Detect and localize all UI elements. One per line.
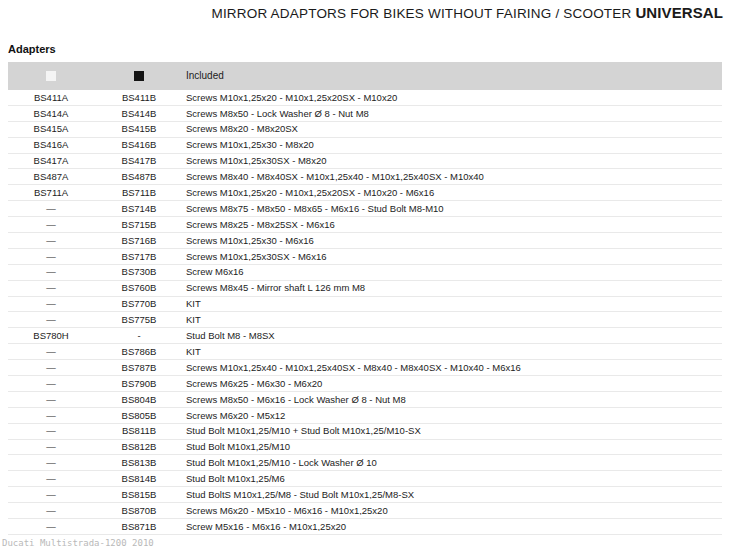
adapter-code-b: BS411B xyxy=(94,93,184,103)
adapter-code-a: BS411A xyxy=(8,93,94,103)
column-header-variant-b xyxy=(94,71,184,81)
included-parts: Stud Bolt M8 - M8SX xyxy=(184,331,722,341)
included-parts: Screws M8x45 - Mirror shaft L 126 mm M8 xyxy=(184,283,722,293)
table-row: — BS715B Screws M8x25 - M8x25SX - M6x16 xyxy=(8,217,722,233)
included-parts: Screws M10x1,25x20 - M10x1,25x20SX - M10… xyxy=(184,188,722,198)
adapter-code-a: — xyxy=(8,442,94,452)
table-body: BS411A BS411B Screws M10x1,25x20 - M10x1… xyxy=(8,90,722,535)
adapter-code-b: BS730B xyxy=(94,267,184,277)
included-parts: Stud Bolt M10x1,25/M10 xyxy=(184,442,722,452)
page-title-emphasis: UNIVERSAL xyxy=(635,4,723,21)
table-row: BS487A BS487B Screws M8x40 - M8x40SX - M… xyxy=(8,169,722,185)
adapter-code-b: - xyxy=(94,331,184,341)
included-parts: Screws M10x1,25x30 - M8x20 xyxy=(184,140,722,150)
adapter-code-b: BS714B xyxy=(94,204,184,214)
adapter-code-b: BS787B xyxy=(94,363,184,373)
included-parts: Screws M6x20 - M5x12 xyxy=(184,411,722,421)
included-parts: KIT xyxy=(184,315,722,325)
included-parts: Screws M10x1,25x40 - M10x1,25x40SX - M8x… xyxy=(184,363,722,373)
included-parts: Screws M10x1,25x30SX - M6x16 xyxy=(184,252,722,262)
included-parts: KIT xyxy=(184,347,722,357)
adapter-code-b: BS717B xyxy=(94,252,184,262)
included-parts: Stud Bolt M10x1,25/M10 - Lock Washer Ø 1… xyxy=(184,458,722,468)
adapter-code-a: BS487A xyxy=(8,172,94,182)
included-parts: Screws M8x75 - M8x50 - M8x65 - M6x16 - S… xyxy=(184,204,722,214)
adapter-code-a: — xyxy=(8,522,94,532)
adapter-code-b: BS814B xyxy=(94,474,184,484)
included-parts: Stud Bolt M10x1,25/M6 xyxy=(184,474,722,484)
adapter-code-b: BS812B xyxy=(94,442,184,452)
adapter-code-a: — xyxy=(8,490,94,500)
table-row: — BS730B Screw M6x16 xyxy=(8,265,722,281)
included-parts: Screw M5x16 - M6x16 - M10x1,25x20 xyxy=(184,522,722,532)
included-parts: Screws M8x50 - M6x16 - Lock Washer Ø 8 -… xyxy=(184,395,722,405)
adapter-code-a: — xyxy=(8,252,94,262)
adapter-code-a: BS415A xyxy=(8,124,94,134)
adapter-code-b: BS805B xyxy=(94,411,184,421)
adapter-code-b: BS711B xyxy=(94,188,184,198)
adapters-section-label: Adapters xyxy=(8,43,56,55)
included-parts: Screws M8x50 - Lock Washer Ø 8 - Nut M8 xyxy=(184,109,722,119)
table-row: BS416A BS416B Screws M10x1,25x30 - M8x20 xyxy=(8,138,722,154)
table-row: — BS814B Stud Bolt M10x1,25/M6 xyxy=(8,471,722,487)
adapter-code-b: BS487B xyxy=(94,172,184,182)
table-row: BS415A BS415B Screws M8x20 - M8x20SX xyxy=(8,122,722,138)
included-parts: Screws M10x1,25x20 - M10x1,25x20SX - M10… xyxy=(184,93,722,103)
table-row: BS411A BS411B Screws M10x1,25x20 - M10x1… xyxy=(8,90,722,106)
adapter-code-a: — xyxy=(8,506,94,516)
included-parts: Screws M6x20 - M5x10 - M6x16 - M10x1,25x… xyxy=(184,506,722,516)
included-parts: Screws M10x1,25x30SX - M8x20 xyxy=(184,156,722,166)
adapter-code-b: BS416B xyxy=(94,140,184,150)
column-header-variant-a xyxy=(8,71,94,81)
included-parts: Screws M8x40 - M8x40SX - M10x1,25x40 - M… xyxy=(184,172,722,182)
adapter-code-b: BS871B xyxy=(94,522,184,532)
table-row: BS711A BS711B Screws M10x1,25x20 - M10x1… xyxy=(8,185,722,201)
table-row: — BS812B Stud Bolt M10x1,25/M10 xyxy=(8,440,722,456)
table-row: — BS787B Screws M10x1,25x40 - M10x1,25x4… xyxy=(8,360,722,376)
table-row: — BS775B KIT xyxy=(8,312,722,328)
adapter-code-a: — xyxy=(8,395,94,405)
adapters-table: Included BS411A BS411B Screws M10x1,25x2… xyxy=(8,62,722,535)
adapter-code-a: — xyxy=(8,411,94,421)
adapter-code-a: — xyxy=(8,363,94,373)
table-row: — BS716B Screws M10x1,25x30 - M6x16 xyxy=(8,233,722,249)
watermark-text: Ducati Multistrada-1200 2010 xyxy=(2,538,154,548)
table-row: — BS760B Screws M8x45 - Mirror shaft L 1… xyxy=(8,281,722,297)
adapter-code-b: BS414B xyxy=(94,109,184,119)
table-row: — BS805B Screws M6x20 - M5x12 xyxy=(8,408,722,424)
adapter-code-a: — xyxy=(8,347,94,357)
adapter-code-a: — xyxy=(8,204,94,214)
white-square-icon xyxy=(46,71,56,81)
adapter-code-b: BS815B xyxy=(94,490,184,500)
table-row: — BS811B Stud Bolt M10x1,25/M10 + Stud B… xyxy=(8,424,722,440)
included-parts: Screws M10x1,25x30 - M6x16 xyxy=(184,236,722,246)
table-row: BS780H - Stud Bolt M8 - M8SX xyxy=(8,328,722,344)
adapter-code-a: — xyxy=(8,379,94,389)
table-row: — BS717B Screws M10x1,25x30SX - M6x16 xyxy=(8,249,722,265)
adapter-code-a: BS414A xyxy=(8,109,94,119)
adapter-code-b: BS775B xyxy=(94,315,184,325)
adapter-code-a: — xyxy=(8,236,94,246)
included-parts: KIT xyxy=(184,299,722,309)
included-parts: Stud Bolt M10x1,25/M10 + Stud Bolt M10x1… xyxy=(184,426,722,436)
black-square-icon xyxy=(134,71,144,81)
adapter-code-b: BS811B xyxy=(94,426,184,436)
adapter-code-a: — xyxy=(8,474,94,484)
adapter-code-a: BS417A xyxy=(8,156,94,166)
table-row: — BS714B Screws M8x75 - M8x50 - M8x65 - … xyxy=(8,201,722,217)
adapter-code-b: BS770B xyxy=(94,299,184,309)
table-row: — BS815B Stud BoltS M10x1,25/M8 - Stud B… xyxy=(8,487,722,503)
adapter-code-a: BS780H xyxy=(8,331,94,341)
included-parts: Screws M6x25 - M6x30 - M6x20 xyxy=(184,379,722,389)
adapter-code-b: BS417B xyxy=(94,156,184,166)
adapter-code-a: — xyxy=(8,220,94,230)
adapter-code-a: — xyxy=(8,267,94,277)
adapter-code-a: — xyxy=(8,315,94,325)
table-row: BS414A BS414B Screws M8x50 - Lock Washer… xyxy=(8,106,722,122)
table-row: — BS770B KIT xyxy=(8,297,722,313)
included-parts: Screws M8x20 - M8x20SX xyxy=(184,124,722,134)
table-row: — BS804B Screws M8x50 - M6x16 - Lock Was… xyxy=(8,392,722,408)
table-row: BS417A BS417B Screws M10x1,25x30SX - M8x… xyxy=(8,154,722,170)
included-parts: Screw M6x16 xyxy=(184,267,722,277)
adapter-code-b: BS716B xyxy=(94,236,184,246)
